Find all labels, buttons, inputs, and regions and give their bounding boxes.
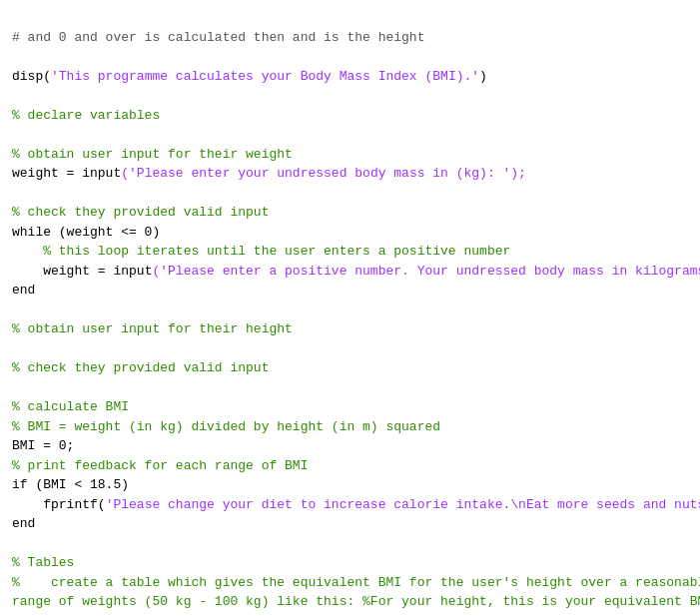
code-line: end xyxy=(12,514,700,534)
code-token: % check they provided valid input xyxy=(12,205,269,220)
code-token: weight = xyxy=(12,166,82,181)
code-line: % check they provided valid input xyxy=(12,203,700,223)
code-line: % print feedback for each range of BMI xyxy=(12,456,700,476)
code-token: % declare variables xyxy=(12,108,160,123)
code-token: disp( xyxy=(12,69,51,84)
code-editor: # and 0 and over is calculated then and … xyxy=(12,8,700,616)
code-line: % obtain user input for their weight xyxy=(12,145,700,165)
code-token: % print feedback for each range of BMI xyxy=(12,458,308,473)
code-token: end xyxy=(12,516,35,531)
code-line xyxy=(12,47,700,67)
code-line: % declare variables xyxy=(12,106,700,126)
code-token: % Tables xyxy=(12,555,74,570)
code-line: weight = input('Please enter a positive … xyxy=(12,262,700,282)
code-token: ) xyxy=(479,69,487,84)
code-line: % obtain user input for their height xyxy=(12,319,700,339)
code-token: fprintf( xyxy=(12,497,106,512)
code-line: fprintf('Please change your diet to incr… xyxy=(12,495,700,515)
code-token: input xyxy=(82,166,121,181)
code-token: % BMI = weight (in kg) divided by height… xyxy=(12,419,440,434)
code-token: ('Please enter your undressed body mass … xyxy=(121,166,526,181)
code-token: ('Please enter a positive number. Your u… xyxy=(152,264,700,279)
code-token: if (BMI < 18.5) xyxy=(12,477,129,492)
code-line xyxy=(12,534,700,554)
code-line: range of weights (50 kg - 100 kg) like t… xyxy=(12,592,700,612)
code-line xyxy=(12,86,700,106)
code-line: % create a table which gives the equival… xyxy=(12,573,700,593)
code-token: 'Please change your diet to increase cal… xyxy=(106,497,700,512)
code-line: % check they provided valid input xyxy=(12,358,700,378)
code-line: a range of weights (50-100 kg): weight [… xyxy=(12,612,700,617)
code-token: end xyxy=(12,283,35,298)
code-line xyxy=(12,378,700,398)
code-token: while (weight <= 0) xyxy=(12,225,160,240)
code-line: BMI = 0; xyxy=(12,436,700,456)
code-token: BMI = 0; xyxy=(12,438,74,453)
code-line: # and 0 and over is calculated then and … xyxy=(12,28,700,48)
code-line: % this loop iterates until the user ente… xyxy=(12,242,700,262)
code-line xyxy=(12,125,700,145)
code-line xyxy=(12,339,700,359)
code-line: % Tables xyxy=(12,553,700,573)
code-line: if (BMI < 18.5) xyxy=(12,475,700,495)
code-token: % obtain user input for their height xyxy=(12,321,293,336)
code-token: weight = xyxy=(12,264,113,279)
code-token: 'This programme calculates your Body Mas… xyxy=(51,69,479,84)
code-line: end xyxy=(12,281,700,301)
code-line: while (weight <= 0) xyxy=(12,223,700,243)
code-line: % BMI = weight (in kg) divided by height… xyxy=(12,417,700,437)
code-line xyxy=(12,301,700,320)
code-token: % create a table which gives the equival… xyxy=(12,575,700,590)
code-token: % calculate BMI xyxy=(12,399,129,414)
code-line: % calculate BMI xyxy=(12,397,700,417)
code-token: range of weights (50 kg - 100 kg) like t… xyxy=(12,594,700,609)
code-line xyxy=(12,184,700,204)
code-token: # and 0 and over is calculated then and … xyxy=(12,30,424,45)
code-line: weight = input('Please enter your undres… xyxy=(12,164,700,184)
code-token: input xyxy=(113,264,152,279)
code-line: disp('This programme calculates your Bod… xyxy=(12,67,700,87)
code-token: % check they provided valid input xyxy=(12,360,269,375)
code-token: % this loop iterates until the user ente… xyxy=(12,244,510,259)
code-token: % obtain user input for their weight xyxy=(12,147,293,162)
